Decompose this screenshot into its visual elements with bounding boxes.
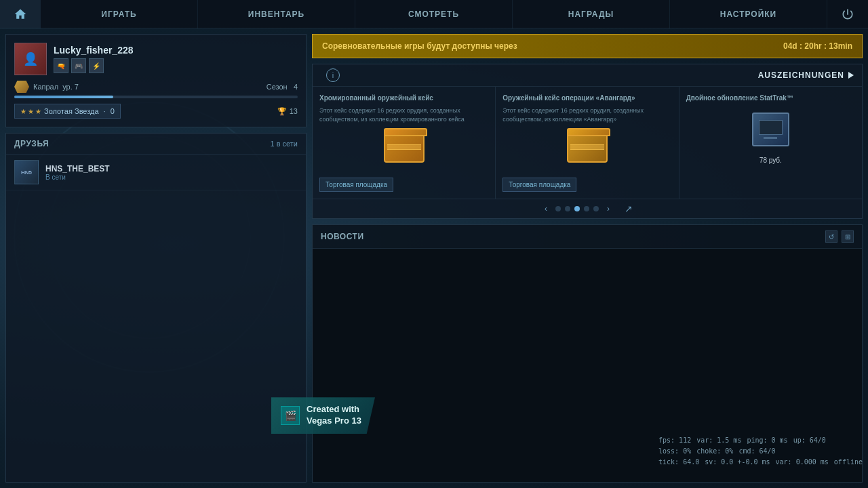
online-count: 1 в сети: [270, 140, 298, 148]
crate-lid-1: [384, 128, 427, 136]
trophy-icon: 🏆: [277, 107, 287, 116]
left-panel: 👤 Lucky_fisher_228 🔫 🎮 ⚡ Капрал ур. 7: [0, 28, 312, 488]
news-controls: ↺ ⊞: [825, 230, 854, 243]
player-header: 👤 Lucky_fisher_228 🔫 🎮 ⚡: [14, 43, 298, 75]
store-panel: i AUSZEICHNUNGEN Хромированный оружейный…: [312, 64, 863, 219]
prime-value: 0: [111, 107, 115, 115]
player-icons: 🔫 🎮 ⚡: [54, 58, 134, 73]
home-icon: [14, 7, 27, 21]
info-button[interactable]: i: [326, 68, 340, 82]
star-2: ★: [28, 108, 34, 115]
perf-sv: sv: 0.0 +-0.0 ms: [705, 457, 770, 468]
friends-panel: Друзья 1 в сети HN5 HNS_THE_BEST В сети: [5, 133, 307, 483]
player-name: Lucky_fisher_228: [54, 45, 134, 56]
store-item-2-title: Оружейный кейс операции «Авангард»: [502, 94, 671, 102]
friend-name: HNS_THE_BEST: [45, 164, 298, 174]
news-refresh-button[interactable]: ↺: [825, 230, 837, 243]
nav-play[interactable]: ИГРАТЬ: [41, 0, 198, 28]
friend-avatar-text: HN5: [21, 169, 32, 176]
nav-dot-0[interactable]: [555, 206, 561, 211]
crate-stripe-2: [570, 144, 604, 150]
alert-timer: 04d : 20hr : 13min: [783, 41, 852, 51]
nav-dot-1[interactable]: [565, 206, 570, 211]
star-3: ★: [35, 108, 41, 115]
vegas-line2: Vegas Pro 13: [307, 415, 361, 426]
store-item-1-img: [319, 130, 488, 171]
xp-fill: [14, 96, 113, 98]
crate-2: [564, 132, 611, 169]
store-btn-1[interactable]: Торговая площадка: [319, 178, 393, 192]
crate-body-1: [384, 132, 425, 163]
perf-stats: fps: 112 var: 1.5 ms ping: 0 ms up: 64/0…: [658, 435, 863, 468]
trophy-value: 13: [290, 107, 298, 115]
perf-var2: var: 0.000 ms: [776, 457, 829, 468]
store-prev-button[interactable]: ‹: [540, 203, 551, 214]
friend-status: В сети: [45, 174, 298, 181]
perf-fps: fps: 112: [658, 435, 691, 446]
computer-base: [764, 137, 777, 139]
perf-offline: offline: [834, 457, 863, 468]
crate-computer: [752, 113, 789, 146]
store-item-1-title: Хромированный оружейный кейс: [319, 94, 488, 102]
right-panel: Соревновательные игры будут доступны чер…: [312, 28, 868, 488]
store-title: AUSZEICHNUNGEN: [758, 70, 844, 80]
rank-icon: [14, 81, 29, 93]
store-item-2: Оружейный кейс операции «Авангард» Этот …: [496, 87, 679, 199]
nav-watch[interactable]: СМОТРЕТЬ: [355, 0, 513, 28]
trophy-section: 🏆 13: [277, 107, 298, 116]
player-info: Lucky_fisher_228 🔫 🎮 ⚡: [54, 45, 134, 73]
friends-title: Друзья: [14, 139, 49, 148]
store-btn-2[interactable]: Торговая площадка: [502, 178, 576, 192]
computer-screen: [759, 120, 783, 135]
perf-loss: loss: 0%: [658, 446, 691, 457]
nav-settings[interactable]: НАСТРОЙКИ: [670, 0, 827, 28]
store-item-3-title: Двойное обновление StatTrak™: [686, 94, 855, 102]
xp-bar: [14, 96, 298, 98]
prime-badge: ★ ★ ★ Золотая Звезда · 0: [14, 104, 121, 119]
crate-1: [380, 132, 428, 169]
news-title: Новости: [321, 232, 364, 241]
nav-dot-3[interactable]: [584, 206, 589, 211]
friend-avatar: HN5: [14, 160, 39, 184]
news-expand-button[interactable]: ⊞: [842, 230, 854, 243]
perf-up: up: 64/0: [793, 435, 826, 446]
player-rank: Капрал ур. 7: [14, 81, 79, 93]
friends-header: Друзья 1 в сети: [6, 134, 306, 155]
power-button[interactable]: [827, 0, 868, 28]
alert-text: Соревновательные игры будут доступны чер…: [322, 41, 517, 51]
star-1: ★: [20, 108, 26, 115]
perf-tick: tick: 64.0: [658, 457, 699, 468]
store-next-button[interactable]: ›: [603, 203, 614, 214]
nav-dot-2[interactable]: [574, 206, 580, 211]
main-nav: ИГРАТЬ ИНВЕНТАРЬ СМОТРЕТЬ НАГРАДЫ НАСТРО…: [0, 0, 868, 28]
store-item-3-img: [686, 109, 855, 150]
vegas-text: Created with Vegas Pro 13: [307, 404, 361, 427]
rank-level: ур. 7: [62, 83, 79, 91]
main-content: 👤 Lucky_fisher_228 🔫 🎮 ⚡ Капрал ур. 7: [0, 28, 868, 488]
store-expand-button[interactable]: ↗: [623, 203, 634, 214]
store-item-1-desc: Этот кейс содержит 16 редких орудия, соз…: [319, 106, 488, 123]
badge-2: 🎮: [71, 58, 86, 73]
power-icon: [841, 7, 854, 21]
vegas-icon: 🎬: [281, 406, 300, 425]
nav-inventory[interactable]: ИНВЕНТАРЬ: [198, 0, 355, 28]
friend-item[interactable]: HN5 HNS_THE_BEST В сети: [6, 155, 306, 190]
perf-row-2: loss: 0% choke: 0% cmd: 64/0: [658, 446, 863, 457]
rank-label: Капрал: [33, 83, 58, 91]
vegas-line1: Created with: [307, 404, 359, 414]
home-button[interactable]: [0, 0, 41, 28]
store-title-arrow: [848, 72, 854, 79]
alert-banner: Соревновательные игры будут доступны чер…: [312, 34, 863, 58]
player-rank-row: Капрал ур. 7 Сезон 4: [14, 81, 298, 93]
nav-rewards[interactable]: НАГРАДЫ: [513, 0, 670, 28]
store-item-3: Двойное обновление StatTrak™ 78 руб.: [679, 87, 862, 199]
player-bottom: ★ ★ ★ Золотая Звезда · 0 🏆 13: [14, 104, 298, 119]
store-items: Хромированный оружейный кейс Этот кейс с…: [313, 87, 862, 199]
badge-3: ⚡: [89, 58, 104, 73]
perf-row-3: tick: 64.0 sv: 0.0 +-0.0 ms var: 0.000 m…: [658, 457, 863, 468]
nav-dot-4[interactable]: [593, 206, 599, 211]
store-price-3: 78 руб.: [686, 157, 855, 164]
perf-cmd: cmd: 64/0: [738, 446, 775, 457]
perf-row-1: fps: 112 var: 1.5 ms ping: 0 ms up: 64/0: [658, 435, 863, 446]
season-label: Сезон: [267, 83, 288, 91]
